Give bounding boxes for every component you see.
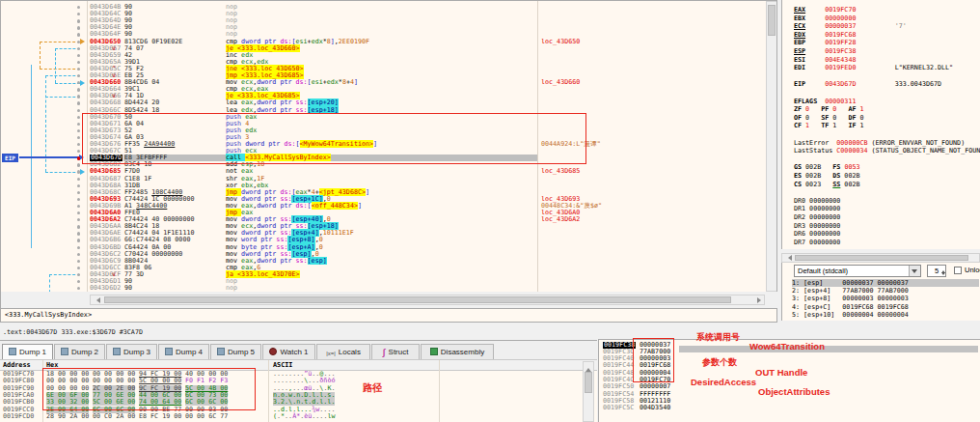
scrollbar-thumb[interactable]: [104, 296, 731, 303]
breakpoint-dot[interactable]: [77, 136, 80, 139]
disassembly-horizontal-scrollbar[interactable]: [0, 292, 777, 308]
breakpoint-dot[interactable]: [77, 260, 80, 263]
tab-dump-5[interactable]: Dump 5: [210, 344, 261, 359]
register-line[interactable]: DR7 00000000: [794, 239, 840, 247]
scrollbar-thumb[interactable]: [768, 5, 776, 36]
breakpoint-dot[interactable]: [77, 267, 80, 269]
register-line[interactable]: EFLAGS 00000311: [794, 98, 856, 106]
call-arg-row[interactable]: 1: [esp] 00000037 00000037: [792, 279, 979, 287]
scroll-left-icon[interactable]: [785, 255, 792, 261]
breakpoint-dot[interactable]: [77, 163, 80, 166]
registers-pane[interactable]: EAX 0019FC70EBX 00000000ECX 00000037 '7'…: [781, 0, 980, 249]
registers-horizontal-scrollbar[interactable]: [781, 253, 980, 263]
breakpoint-dot[interactable]: [77, 19, 80, 22]
register-line[interactable]: ZF 0 PF 0 AF 1: [794, 105, 864, 114]
tab-dump-1[interactable]: Dump 1: [2, 344, 53, 359]
breakpoint-dot[interactable]: [77, 273, 80, 276]
tab-disassembly[interactable]: Disassembly: [421, 344, 494, 359]
breakpoint-dot[interactable]: [77, 143, 80, 146]
disassembly-vertical-scrollbar[interactable]: [766, 1, 777, 292]
breakpoint-dot[interactable]: [77, 178, 80, 181]
register-line[interactable]: DR1 00000000: [794, 205, 840, 213]
breakpoint-dot[interactable]: [77, 225, 80, 228]
register-line[interactable]: LastError 000000CB (ERROR_ENVVAR_NOT_FOU…: [794, 139, 965, 148]
breakpoint-dot[interactable]: [77, 33, 80, 36]
tab-watch-1[interactable]: Watch 1: [262, 344, 315, 359]
register-line[interactable]: ESI 004E4348: [794, 56, 856, 65]
breakpoint-dot[interactable]: [77, 246, 80, 249]
breakpoint-dot[interactable]: [77, 253, 80, 256]
register-line[interactable]: EBX 00000000: [794, 14, 856, 23]
breakpoint-dot[interactable]: [77, 41, 80, 43]
scroll-right-icon[interactable]: [757, 297, 764, 303]
call-arg-row[interactable]: 2: [esp+4] 77AB7000 77AB7000: [792, 287, 979, 295]
spinner-down-icon[interactable]: [941, 272, 945, 278]
breakpoint-dot[interactable]: [77, 239, 80, 241]
breakpoint-dot[interactable]: [77, 170, 80, 173]
chevron-down-icon[interactable]: [909, 266, 920, 276]
tab-dump-2[interactable]: Dump 2: [54, 344, 105, 359]
register-line[interactable]: ECX 00000037 '7': [794, 22, 907, 31]
register-line[interactable]: EDI 0019FED0 L"KERNEL32.DLL": [794, 64, 953, 72]
breakpoint-dot[interactable]: [77, 280, 80, 283]
dump-pane[interactable]: Address Hex ASCII 0019FC7018 00 00 0000 …: [0, 359, 597, 422]
register-line[interactable]: CF 1 TF 1 IF 1: [794, 122, 864, 130]
breakpoint-dot[interactable]: [77, 47, 80, 50]
breakpoint-dot[interactable]: [77, 116, 80, 119]
breakpoint-dot[interactable]: [77, 123, 80, 126]
breakpoint-dot[interactable]: [77, 156, 80, 159]
dump-vertical-scrollbar[interactable]: [583, 361, 594, 422]
scrollbar-thumb[interactable]: [585, 372, 592, 393]
breakpoint-dot[interactable]: [77, 287, 80, 290]
tab-dump-3[interactable]: Dump 3: [106, 344, 157, 359]
register-line[interactable]: EIP 0043D67D 333.0043D67D: [794, 80, 941, 89]
breakpoint-dot[interactable]: [77, 205, 80, 208]
breakpoint-dot[interactable]: [77, 109, 80, 112]
disassembly-pane[interactable]: EIP 0043D64B90nop0043D64C90nop0043D64D90…: [0, 0, 777, 292]
call-arg-row[interactable]: 4: [esp+C] 0019FC68 0019FC68: [792, 303, 979, 311]
register-line[interactable]: DR6 00000000: [794, 230, 840, 239]
scrollbar-thumb[interactable]: [795, 255, 968, 261]
breakpoint-dot[interactable]: [77, 54, 80, 57]
stack-row[interactable]: 0019FC5C004D3540: [599, 405, 980, 411]
call-arg-row[interactable]: 5: [esp+10] 00000004 00000004: [792, 311, 979, 319]
call-arg-row[interactable]: 3: [esp+8] 00000003 00000003: [792, 295, 979, 302]
scroll-left-icon[interactable]: [94, 297, 100, 303]
breakpoint-dot[interactable]: [77, 88, 80, 91]
register-line[interactable]: EDX 0019FC68: [794, 31, 856, 40]
register-line[interactable]: LastStatus C0000034 (STATUS_OBJECT_NAME_…: [794, 147, 980, 155]
register-line[interactable]: CS 0023 SS 002B: [794, 181, 859, 189]
breakpoint-dot[interactable]: [77, 191, 80, 194]
arg-count-spinner[interactable]: 5: [927, 265, 946, 277]
dump-row[interactable]: 0019FCD028 90 2A 0000 C0 2A 00E8 FC 19 0…: [0, 413, 597, 420]
tab-struct[interactable]: ʃStruct: [371, 344, 420, 359]
breakpoint-dot[interactable]: [77, 61, 80, 64]
breakpoint-dot[interactable]: [77, 68, 80, 70]
breakpoint-dot[interactable]: [77, 6, 80, 9]
scroll-up-icon[interactable]: [585, 365, 591, 372]
tab-locals[interactable]: |x=|Locals: [316, 344, 370, 359]
breakpoint-dot[interactable]: [77, 218, 80, 221]
breakpoint-dot[interactable]: [77, 150, 80, 153]
breakpoint-dot[interactable]: [77, 26, 80, 29]
register-line[interactable]: DR2 00000000: [794, 213, 840, 222]
register-line[interactable]: GS 002B FS 0053: [794, 163, 859, 172]
breakpoint-dot[interactable]: [77, 101, 80, 104]
breakpoint-dot[interactable]: [77, 198, 80, 201]
register-line[interactable]: DR0 00000000: [794, 197, 840, 206]
breakpoint-dot[interactable]: [77, 13, 80, 15]
breakpoint-dot[interactable]: [77, 74, 80, 77]
breakpoint-dot[interactable]: [77, 95, 80, 98]
unlocked-checkbox[interactable]: [954, 267, 962, 274]
breakpoint-dot[interactable]: [77, 232, 80, 235]
tab-dump-4[interactable]: Dump 4: [158, 344, 209, 359]
register-line[interactable]: OF 0 SF 0 DF 0: [794, 114, 864, 123]
breakpoint-dot[interactable]: [77, 211, 80, 214]
breakpoint-dot[interactable]: [77, 184, 80, 187]
register-line[interactable]: DR3 00000000: [794, 222, 840, 231]
breakpoint-dot[interactable]: [77, 129, 80, 132]
breakpoint-dot[interactable]: [77, 81, 80, 84]
register-line[interactable]: EAX 0019FC70: [794, 6, 856, 14]
stack-pane[interactable]: 0019FC38000000370019FC3C77AB70000019FC40…: [598, 339, 980, 422]
calling-convention-select[interactable]: Default (stdcall): [794, 265, 921, 277]
